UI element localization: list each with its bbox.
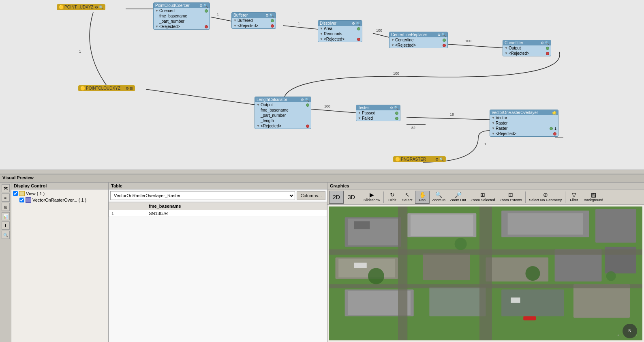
svg-text:-: - <box>636 333 638 337</box>
port-length-lc: ▼ _length <box>255 118 311 123</box>
node-lengthcalculator[interactable]: LengthCalculator ⚙ 🔍 ▼ Output ▼ fme_base… <box>255 97 311 129</box>
table-layer-dropdown[interactable]: VectorOnRasterOverlayer_Raster <box>110 191 295 200</box>
svg-line-14 <box>407 117 490 120</box>
graphics-title: Graphics <box>327 183 644 189</box>
svg-text:18: 18 <box>450 112 454 116</box>
svg-line-1 <box>211 17 231 21</box>
sidebar-icon-info[interactable]: ℹ <box>2 222 10 230</box>
filter-label: Filter <box>570 198 578 202</box>
toolbar-btn-slideshow[interactable]: ▶ Slideshow <box>362 191 382 204</box>
svg-line-7 <box>442 44 503 48</box>
zoom-extents-label: Zoom Extents <box>500 198 522 202</box>
node-tester[interactable]: Tester ⚙ 🔍 ▼ Passed ▼ Failed <box>356 105 400 121</box>
dc-checkbox-raster[interactable] <box>19 198 24 202</box>
port-coerced: ▼ Coerced <box>154 8 210 13</box>
port-rejected-clr: ▼ <Rejected> <box>389 43 447 48</box>
toolbar-sep-2 <box>383 191 384 203</box>
slideshow-icon: ▶ <box>370 192 374 198</box>
table-panel: Table VectorOnRasterOverlayer_Raster Col… <box>109 183 327 342</box>
svg-point-48 <box>455 238 467 250</box>
canvas-scrollbar-h[interactable] <box>0 170 644 174</box>
port-rejected-buf: ▼ <Rejected> <box>232 23 276 28</box>
sidebar-icon-map[interactable]: 🗺 <box>2 184 10 192</box>
node-point-source-1[interactable]: 🟡 POINT...UDXYZ ⚙ 🔍 <box>57 4 105 10</box>
svg-rect-52 <box>354 263 367 268</box>
node-pngraster[interactable]: 🟡 PNGRASTER ⚙ 🔍 <box>393 156 446 162</box>
graphics-panel: Graphics 2D 3D ▶ Slideshow ↻ Orbit <box>327 183 644 342</box>
toolbar-btn-3d[interactable]: 3D <box>344 191 359 204</box>
svg-text:1: 1 <box>298 21 300 25</box>
toolbar-btn-zoom-selected[interactable]: ⊞ Zoom Selected <box>469 191 497 204</box>
port-rejected-lc: ▼ <Rejected> <box>255 123 311 129</box>
pan-icon: ✋ <box>419 192 426 198</box>
node-label-clr: CenterLineReplacer <box>391 32 427 37</box>
port-vector: ▼ Vector <box>490 115 558 120</box>
2d-icon: 2D <box>333 194 340 200</box>
node-pointcloudcoercer[interactable]: PointCloudCoercer ⚙ 🔍 ▼ Coerced ▼ fme_ba… <box>153 2 210 30</box>
svg-text:100: 100 <box>393 71 399 75</box>
port-fme-basename-lc: ▼ fme_basename <box>255 108 311 113</box>
port-passed: ▼ Passed <box>356 110 400 116</box>
sidebar-icons: 🗺 ≡ ⊞ 📊 ℹ 🔍 <box>0 183 11 342</box>
fme-canvas[interactable]: 1 1 100 100 1 100 100 18 82 1 1 <box>0 0 644 174</box>
node-label-pcc: PointCloudCoercer <box>155 3 190 8</box>
select-label: Select <box>402 198 413 202</box>
node-pointcloudxyz[interactable]: 🟡 POINTCLOUDXYZ ⚙ ⊞ <box>78 85 135 91</box>
toolbar-btn-background[interactable]: ▨ Background <box>582 191 605 204</box>
port-rejected-pcc: ▼ <Rejected> <box>154 24 210 29</box>
orbit-label: Orbit <box>388 198 396 202</box>
columns-button[interactable]: Columns... <box>297 191 325 200</box>
table-toolbar: VectorOnRasterOverlayer_Raster Columns..… <box>109 189 327 202</box>
graphics-viewport[interactable]: N + - <box>329 206 642 340</box>
dc-checkbox-view[interactable] <box>13 191 18 196</box>
svg-rect-31 <box>595 209 636 243</box>
toolbar-btn-zoom-extents[interactable]: ⊡ Zoom Extents <box>498 191 524 204</box>
svg-point-47 <box>368 268 384 284</box>
svg-point-50 <box>606 271 616 281</box>
toolbar-btn-orbit[interactable]: ↻ Orbit <box>385 191 400 204</box>
svg-rect-42 <box>573 284 630 318</box>
table-row: 1 SN130JR <box>109 210 327 217</box>
toolbar-btn-select-no-geometry[interactable]: ⊘ Select No Geometry <box>527 191 564 204</box>
toolbar-btn-select[interactable]: ↖ Select <box>400 191 415 204</box>
sidebar-icon-chart[interactable]: 📊 <box>2 212 10 220</box>
svg-rect-53 <box>511 297 520 303</box>
svg-point-49 <box>525 266 540 281</box>
node-centerlinereplacer[interactable]: CenterLineReplacer ⚙ 🔍 ▼ Centerline ▼ <R… <box>389 32 448 48</box>
svg-line-11 <box>146 89 255 105</box>
toolbar-btn-pan[interactable]: ✋ Pan <box>415 191 430 204</box>
bottom-panel: Visual Preview 🗺 ≡ ⊞ 📊 ℹ 🔍 Display Contr… <box>0 174 644 342</box>
sidebar-icon-search[interactable]: 🔍 <box>2 231 10 239</box>
port-rejected-cf: ▼ <Rejected> <box>503 51 551 56</box>
sidebar-icon-grid[interactable]: ⊞ <box>2 203 10 211</box>
svg-text:1: 1 <box>217 12 219 16</box>
svg-text:+: + <box>617 333 619 337</box>
node-vectoronrasteroverlayer[interactable]: VectorOnRasterOverlayer 🌟 ▼ Vector ▼ Ras… <box>490 110 558 137</box>
toolbar-btn-zoom-out[interactable]: 🔎 Zoom Out <box>448 191 468 204</box>
svg-text:N: N <box>628 329 631 333</box>
node-label-png: PNGRASTER <box>401 157 426 161</box>
node-dissolver[interactable]: Dissolver ⚙ 🔍 ▼ Area ▼ Remnants ▼ <Rejec… <box>318 20 362 42</box>
sidebar-icon-list[interactable]: ≡ <box>2 194 10 202</box>
node-bufferer[interactable]: Bufferer ⚙ 🔍 ▼ Buffered ▼ <Rejected> <box>231 12 276 29</box>
zoom-out-icon: 🔎 <box>455 192 462 198</box>
dc-row-view: View ( 1 ) <box>13 191 107 196</box>
toolbar-btn-filter[interactable]: ▽ Filter <box>567 191 581 204</box>
toolbar-btn-2d[interactable]: 2D <box>329 191 344 204</box>
node-label-source1: POINT...UDXYZ <box>64 5 94 9</box>
svg-text:100: 100 <box>324 104 330 108</box>
node-label-tester: Tester <box>358 105 369 110</box>
toolbar-btn-zoom-in[interactable]: 🔍 Zoom In <box>430 191 447 204</box>
node-label-cf: Curvefitter <box>505 41 523 45</box>
node-curvefitter[interactable]: Curvefitter ⚙ 🔍 ▼ Output ▼ <Rejected> <box>503 40 551 56</box>
toolbar-sep-1 <box>360 191 360 203</box>
port-rejected-dis: ▼ <Rejected> <box>318 37 362 42</box>
port-part-number: ▼ _part_number <box>154 19 210 24</box>
table-content: fme_basename 1 SN130JR <box>109 202 327 342</box>
zoom-in-icon: 🔍 <box>435 192 442 198</box>
svg-text:100: 100 <box>376 28 382 32</box>
svg-rect-30 <box>508 213 583 235</box>
port-rejected-vro: ▼ <Rejected> <box>490 131 558 136</box>
port-failed: ▼ Failed <box>356 116 400 121</box>
port-remnants: ▼ Remnants <box>318 31 362 37</box>
